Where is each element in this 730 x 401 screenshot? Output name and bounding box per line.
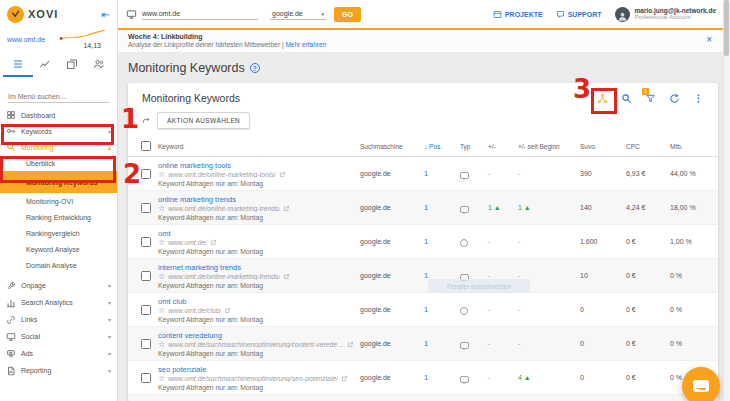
external-link-icon[interactable] bbox=[224, 307, 231, 314]
sidebar-item[interactable]: Social ▾ bbox=[0, 328, 117, 345]
sidebar-item[interactable]: Dashboard bbox=[0, 107, 117, 123]
col-change-since[interactable]: +/- seit Beginn bbox=[518, 143, 580, 150]
sidebar-subitem[interactable]: Domain Analyse bbox=[0, 257, 117, 273]
star-icon[interactable]: ☆ bbox=[158, 205, 165, 213]
projekte-link[interactable]: PROJEKTE bbox=[493, 10, 543, 19]
sidebar-item-label: Onpage bbox=[21, 282, 103, 289]
external-link-icon[interactable] bbox=[279, 171, 286, 178]
refresh-icon bbox=[669, 93, 680, 104]
keyword-link[interactable]: online marketing tools bbox=[158, 161, 354, 170]
keyword-link[interactable]: seo potenziale bbox=[158, 365, 354, 374]
keyword-link[interactable]: internet marketing trends bbox=[158, 263, 354, 272]
col-mtb[interactable]: Mtb. bbox=[670, 143, 718, 150]
position-value[interactable]: 1 bbox=[424, 339, 460, 348]
url-input[interactable] bbox=[142, 8, 258, 20]
content-area: Monitoring Keywords ? Monitoring Keyword… bbox=[118, 53, 730, 401]
col-cpc[interactable]: CPC bbox=[626, 143, 670, 150]
external-link-icon[interactable] bbox=[347, 341, 354, 348]
support-link[interactable]: SUPPORT bbox=[556, 10, 602, 19]
col-suvo[interactable]: Suvo. bbox=[580, 143, 626, 150]
position-value[interactable]: 1 bbox=[424, 373, 460, 382]
sidebar-item-label: Dashboard bbox=[21, 112, 106, 119]
toolbar-button[interactable] bbox=[669, 93, 680, 104]
col-keyword[interactable]: Keyword bbox=[158, 143, 360, 150]
go-button[interactable]: GO bbox=[334, 7, 361, 22]
engine-value: google.de bbox=[360, 340, 424, 347]
select-all-checkbox[interactable] bbox=[141, 141, 151, 151]
change-since-value: - bbox=[518, 238, 580, 245]
position-value[interactable]: 1 bbox=[424, 203, 460, 212]
banner-text: Analyse der Linkprofile deiner härtesten… bbox=[128, 41, 285, 48]
position-value[interactable]: 1 bbox=[424, 169, 460, 178]
sidebar-subitem[interactable]: Rankingvergleich bbox=[0, 225, 117, 241]
toolbar-button[interactable] bbox=[693, 93, 704, 104]
user-email: mario.jung@jk-network.de bbox=[635, 7, 716, 15]
sidebar-subitem[interactable]: Monitoring-OVI bbox=[0, 193, 117, 209]
sidebar-tab[interactable] bbox=[64, 56, 80, 73]
sidebar-tab[interactable] bbox=[37, 56, 53, 73]
sidebar-item[interactable]: Onpage ▾ bbox=[0, 277, 117, 294]
ovi-value: 14,13 bbox=[83, 42, 110, 49]
collapse-sidebar-icon[interactable]: ⇤ bbox=[102, 9, 110, 20]
change-since-value: - bbox=[518, 272, 580, 279]
star-icon[interactable]: ☆ bbox=[158, 239, 165, 247]
table-row: online marketing tools ☆ www.omt.de/onli… bbox=[128, 157, 718, 191]
cpc-value: 0 € bbox=[626, 340, 670, 347]
col-typ[interactable]: Typ bbox=[460, 143, 488, 150]
position-value[interactable]: 1 bbox=[424, 237, 460, 246]
row-checkbox[interactable] bbox=[141, 271, 151, 281]
row-checkbox[interactable] bbox=[141, 203, 151, 213]
col-change[interactable]: +/- bbox=[488, 143, 518, 150]
banner-close-icon[interactable]: × bbox=[706, 35, 712, 45]
sidebar-item[interactable]: Search Analytics ▾ bbox=[0, 294, 117, 311]
row-checkbox[interactable] bbox=[141, 373, 151, 383]
mtb-value: 18,00 % bbox=[670, 204, 718, 211]
engine-select[interactable]: google.de ▾ bbox=[270, 8, 326, 20]
table-row: omt ☆ www.omt.de/ Keyword Abfragen nur a… bbox=[128, 225, 718, 259]
star-icon[interactable]: ☆ bbox=[158, 273, 165, 281]
external-link-icon[interactable] bbox=[341, 375, 348, 382]
toolbar-button[interactable]: 1 bbox=[645, 93, 656, 104]
position-value[interactable]: 1 bbox=[424, 305, 460, 314]
external-link-icon[interactable] bbox=[283, 205, 290, 212]
toolbar-button[interactable] bbox=[621, 93, 632, 104]
star-icon[interactable]: ☆ bbox=[158, 375, 165, 383]
card-title: Monitoring Keywords bbox=[142, 92, 240, 104]
star-icon[interactable]: ☆ bbox=[158, 341, 165, 349]
chat-widget-button[interactable] bbox=[682, 367, 720, 401]
sidebar-subitem[interactable]: Keyword Analyse bbox=[0, 241, 117, 257]
row-checkbox[interactable] bbox=[141, 237, 151, 247]
row-checkbox[interactable] bbox=[141, 305, 151, 315]
star-icon[interactable]: ☆ bbox=[158, 171, 165, 179]
suvo-value: 0 bbox=[580, 374, 626, 381]
sidebar-tab[interactable] bbox=[91, 56, 107, 73]
engine-value: google.de bbox=[360, 272, 424, 279]
row-checkbox[interactable] bbox=[141, 339, 151, 349]
annotation-box-2 bbox=[0, 156, 116, 183]
aktion-auswaehlen-button[interactable]: AKTION AUSWÄHLEN bbox=[157, 112, 250, 129]
keyword-link[interactable]: omt bbox=[158, 229, 354, 238]
table-row: linkquellen bewerten ☆ bbox=[128, 395, 718, 401]
keyword-link[interactable]: content veredelung bbox=[158, 331, 354, 340]
scrollbar-thumb[interactable] bbox=[724, 0, 729, 56]
project-domain-link[interactable]: www.omt.de bbox=[7, 36, 45, 43]
kebab-icon bbox=[693, 93, 704, 104]
sidebar-item[interactable]: Ads ▾ bbox=[0, 345, 117, 362]
menu-search-input[interactable] bbox=[8, 91, 109, 103]
col-suchmaschine[interactable]: Suchmaschine bbox=[360, 143, 424, 150]
help-icon[interactable]: ? bbox=[250, 63, 260, 73]
external-link-icon[interactable] bbox=[283, 273, 290, 280]
sidebar-item[interactable]: Reporting ▾ bbox=[0, 362, 117, 379]
row-checkbox[interactable] bbox=[141, 169, 151, 179]
sidebar-tab[interactable] bbox=[10, 56, 26, 73]
mehr-erfahren-link[interactable]: Mehr erfahren bbox=[285, 41, 326, 48]
sidebar-item[interactable]: Links ▾ bbox=[0, 311, 117, 328]
keyword-link[interactable]: omt club bbox=[158, 297, 354, 306]
user-avatar[interactable] bbox=[615, 7, 630, 22]
keyword-link[interactable]: online marketing trends bbox=[158, 195, 354, 204]
sidebar-subitem[interactable]: Ranking Entwicklung bbox=[0, 209, 117, 225]
star-icon[interactable]: ☆ bbox=[158, 307, 165, 315]
external-link-icon[interactable] bbox=[210, 239, 217, 246]
page-scrollbar[interactable] bbox=[723, 0, 730, 401]
col-pos-sorted[interactable]: ↓ Pos. bbox=[424, 143, 460, 150]
